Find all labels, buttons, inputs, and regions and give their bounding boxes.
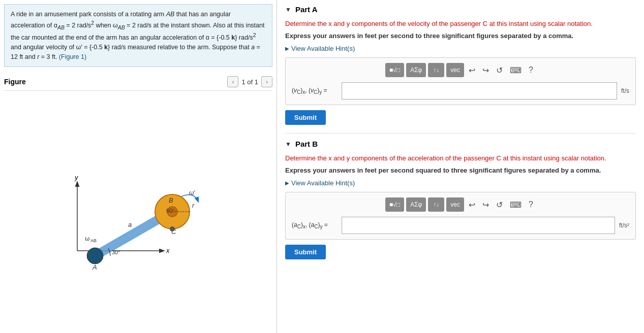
part-a-collapse-icon: ▼ bbox=[285, 6, 291, 13]
part-a-vec-btn[interactable]: vec bbox=[446, 63, 464, 77]
svg-text:B: B bbox=[169, 196, 173, 204]
part-b-collapse-icon: ▼ bbox=[285, 141, 291, 148]
figure-header: Figure ‹ 1 of 1 › bbox=[4, 73, 272, 91]
svg-text:AB: AB bbox=[90, 238, 97, 243]
part-a-input-label: (vC)x, (vC)y = bbox=[292, 87, 338, 95]
part-a-hint-link[interactable]: View Available Hint(s) bbox=[285, 45, 636, 52]
part-a-instruction: Express your answers in feet per second … bbox=[285, 31, 636, 41]
part-b-section: ▼ Part B Determine the x and y component… bbox=[285, 140, 636, 259]
problem-text: A ride in an amusement park consists of … bbox=[4, 4, 272, 67]
part-b-answer-input[interactable] bbox=[342, 217, 615, 234]
part-b-keyboard-btn[interactable]: ⌨ bbox=[507, 197, 524, 212]
part-b-input-label: (aC)x, (aC)y = bbox=[292, 221, 338, 229]
figure-nav: ‹ 1 of 1 › bbox=[227, 76, 272, 87]
part-b-unit: ft/s² bbox=[619, 222, 629, 229]
part-a-submit-button[interactable]: Submit bbox=[285, 110, 326, 125]
part-b-description: Determine the x and y components of the … bbox=[285, 153, 636, 163]
svg-point-18 bbox=[170, 226, 175, 231]
part-b-updown-btn[interactable]: ↑↓ bbox=[428, 197, 444, 212]
part-a-input-row: (vC)x, (vC)y = ft/s bbox=[292, 82, 629, 99]
part-b-sqrt-btn[interactable]: ■√□ bbox=[385, 197, 404, 212]
left-panel: A ride in an amusement park consists of … bbox=[0, 0, 277, 333]
part-b-vec-btn[interactable]: vec bbox=[446, 197, 464, 212]
part-b-undo-btn[interactable]: ↩ bbox=[466, 197, 478, 212]
svg-text:A: A bbox=[92, 263, 97, 271]
part-a-updown-btn[interactable]: ↑↓ bbox=[428, 63, 444, 77]
part-b-hint-link[interactable]: View Available Hint(s) bbox=[285, 179, 636, 187]
figure-svg: x y bbox=[37, 152, 240, 274]
svg-text:x: x bbox=[166, 247, 170, 254]
part-b-symbol-btn[interactable]: ΑΣφ bbox=[406, 197, 426, 212]
part-a-section: ▼ Part A Determine the x and y component… bbox=[285, 5, 636, 125]
part-b-help-btn[interactable]: ? bbox=[526, 197, 536, 212]
svg-text:r: r bbox=[192, 202, 195, 209]
part-a-answer-box: ■√□ ΑΣφ ↑↓ vec ↩ ↪ ↺ ⌨ ? (vC)x, (vC)y = … bbox=[285, 57, 636, 105]
part-b-redo-btn[interactable]: ↪ bbox=[480, 197, 492, 212]
part-b-instruction: Express your answers in feet per second … bbox=[285, 165, 636, 176]
figure-canvas: x y bbox=[4, 94, 272, 331]
part-a-title: Part A bbox=[295, 5, 318, 14]
part-b-toolbar: ■√□ ΑΣφ ↑↓ vec ↩ ↪ ↺ ⌨ ? bbox=[292, 197, 629, 212]
figure-section: Figure ‹ 1 of 1 › x y bbox=[0, 71, 277, 333]
page-indicator: 1 of 1 bbox=[241, 78, 258, 86]
part-a-redo-btn[interactable]: ↪ bbox=[480, 63, 492, 77]
part-a-keyboard-btn[interactable]: ⌨ bbox=[507, 63, 524, 77]
prev-figure-button[interactable]: ‹ bbox=[227, 76, 238, 87]
part-b-input-row: (aC)x, (aC)y = ft/s² bbox=[292, 217, 629, 234]
svg-text:a: a bbox=[128, 221, 132, 228]
part-a-unit: ft/s bbox=[621, 87, 629, 94]
part-a-help-btn[interactable]: ? bbox=[526, 63, 536, 77]
part-a-header[interactable]: ▼ Part A bbox=[285, 5, 636, 14]
part-a-undo-btn[interactable]: ↩ bbox=[466, 63, 478, 77]
part-b-header[interactable]: ▼ Part B bbox=[285, 140, 636, 148]
svg-text:60°: 60° bbox=[166, 208, 175, 214]
right-panel: ▼ Part A Determine the x and y component… bbox=[277, 0, 644, 333]
part-a-sqrt-btn[interactable]: ■√□ bbox=[385, 63, 404, 77]
part-b-title: Part B bbox=[295, 140, 318, 148]
part-a-toolbar: ■√□ ΑΣφ ↑↓ vec ↩ ↪ ↺ ⌨ ? bbox=[292, 63, 629, 77]
svg-text:ω: ω bbox=[85, 235, 89, 242]
next-figure-button[interactable]: › bbox=[261, 76, 272, 87]
svg-text:y: y bbox=[74, 174, 79, 181]
part-divider bbox=[285, 133, 636, 134]
part-b-submit-button[interactable]: Submit bbox=[285, 245, 326, 259]
svg-point-5 bbox=[87, 248, 103, 264]
part-a-refresh-btn[interactable]: ↺ bbox=[494, 63, 505, 77]
part-a-symbol-btn[interactable]: ΑΣφ bbox=[406, 63, 426, 77]
svg-text:30°: 30° bbox=[112, 249, 120, 255]
part-a-answer-input[interactable] bbox=[342, 82, 617, 99]
figure-title: Figure bbox=[4, 78, 26, 86]
part-a-description: Determine the x and y components of the … bbox=[285, 19, 636, 29]
part-b-refresh-btn[interactable]: ↺ bbox=[494, 197, 505, 212]
part-b-answer-box: ■√□ ΑΣφ ↑↓ vec ↩ ↪ ↺ ⌨ ? (aC)x, (aC)y = … bbox=[285, 192, 636, 240]
